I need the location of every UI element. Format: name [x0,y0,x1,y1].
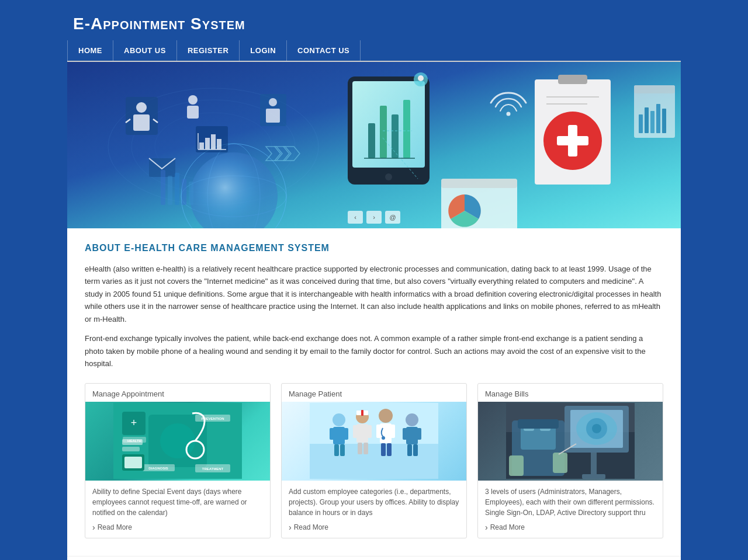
svg-rect-18 [199,142,204,149]
svg-rect-83 [124,457,142,468]
svg-rect-49 [634,85,675,93]
card-3-title: Manage Bills [478,384,663,402]
svg-rect-124 [518,419,559,429]
svg-rect-45 [557,136,588,145]
hero-controls: ‹ › @ [348,211,400,224]
nav-home[interactable]: HOME [67,40,113,61]
svg-point-107 [406,413,418,426]
svg-rect-54 [662,109,666,133]
svg-rect-112 [413,444,418,456]
site-title: E-Appointment System [73,15,681,33]
svg-rect-53 [656,104,660,133]
card-1-read-more[interactable]: Read More [92,523,132,532]
svg-rect-28 [380,106,387,158]
hero-icon-button[interactable]: @ [385,211,400,224]
svg-text:PREVENTION: PREVENTION [201,417,224,420]
svg-point-55 [507,112,511,116]
svg-rect-111 [407,444,412,456]
svg-text:+: + [131,417,137,429]
svg-rect-85 [310,444,438,479]
card-3-read-more[interactable]: Read More [485,523,525,532]
svg-rect-95 [356,424,368,443]
feature-cards: Manage Appointment + [85,383,663,538]
svg-rect-128 [591,453,597,476]
card-3-description: 3 levels of users (Administrators, Manag… [485,486,656,518]
svg-rect-103 [390,425,395,438]
svg-rect-96 [353,425,358,438]
hero-prev-button[interactable]: ‹ [348,211,363,224]
card-2-body: Add custom employee categories (i.e., de… [282,481,466,538]
svg-rect-109 [403,428,407,440]
svg-text:HEALTH: HEALTH [127,439,141,443]
svg-rect-104 [381,443,386,456]
card-1-description: Ability to define Special Event days (da… [92,486,263,518]
hero-banner: ‹ › @ [67,62,681,228]
svg-rect-26 [352,81,425,168]
svg-rect-99 [363,443,368,454]
card-3-body: 3 levels of users (Administrators, Manag… [478,481,663,538]
main-nav: HOME ABOUT US REGISTER LOGIN CONTACT US [67,40,681,62]
card-manage-appointment: Manage Appointment + [85,383,271,538]
svg-rect-110 [417,428,421,440]
svg-rect-57 [187,106,199,119]
svg-rect-50 [639,114,643,133]
svg-rect-19 [205,138,210,149]
svg-point-86 [333,413,345,426]
footer: © Doctor Appointment System | [67,556,681,561]
svg-rect-108 [406,427,418,444]
svg-point-15 [269,98,277,106]
card-3-image [478,402,663,481]
card-1-title: Manage Appointment [85,384,270,402]
svg-rect-97 [367,425,372,438]
svg-rect-63 [175,173,179,205]
nav-register[interactable]: REGISTER [177,40,240,61]
svg-point-10 [136,102,147,113]
about-paragraph-2: Front-end exchange typically involves th… [85,332,663,370]
svg-rect-16 [266,109,280,123]
svg-point-56 [188,95,198,105]
card-2-title: Manage Patient [282,384,466,402]
hero-illustration [67,62,681,228]
svg-rect-88 [330,428,334,440]
card-2-read-more[interactable]: Read More [289,523,328,532]
svg-point-34 [418,75,424,81]
svg-point-70 [160,423,195,458]
nav-contact[interactable]: CONTACT US [287,40,361,61]
svg-rect-11 [133,114,150,131]
svg-rect-89 [344,428,348,440]
svg-rect-126 [553,453,567,473]
card-1-image: + HEALTH [85,402,270,481]
svg-point-32 [385,173,392,180]
svg-text:DIAGNOSIS: DIAGNOSIS [148,467,168,470]
svg-rect-125 [509,455,524,476]
svg-point-100 [379,409,393,423]
svg-text:TREATMENT: TREATMENT [202,467,224,471]
content-area: ABOUT E-HEALTH CARE MANAGEMENT SYSTEM eH… [67,228,681,556]
svg-rect-27 [368,123,375,158]
svg-rect-98 [358,443,362,454]
svg-rect-91 [340,444,345,456]
card-manage-patient: Manage Patient [281,383,467,538]
svg-point-119 [592,424,601,433]
svg-rect-61 [161,170,165,205]
svg-rect-129 [582,474,605,479]
card-1-body: Ability to define Special Event days (da… [85,481,270,538]
svg-rect-65 [189,182,193,205]
svg-rect-105 [387,443,392,456]
svg-rect-87 [333,427,345,444]
svg-rect-20 [211,134,216,149]
about-paragraph-1: eHealth (also written e-health) is a rel… [85,263,663,325]
card-manage-bills: Manage Bills [477,383,663,538]
nav-login[interactable]: LOGIN [240,40,287,61]
svg-rect-102 [376,425,381,438]
nav-about[interactable]: ABOUT US [113,40,177,61]
svg-rect-30 [403,100,410,158]
hero-next-button[interactable]: › [366,211,382,224]
svg-rect-52 [650,111,654,133]
svg-rect-51 [645,107,649,133]
svg-rect-73 [122,447,140,451]
svg-rect-39 [441,179,517,188]
svg-rect-94 [361,410,363,416]
svg-point-106 [382,436,385,440]
svg-rect-42 [558,75,587,84]
